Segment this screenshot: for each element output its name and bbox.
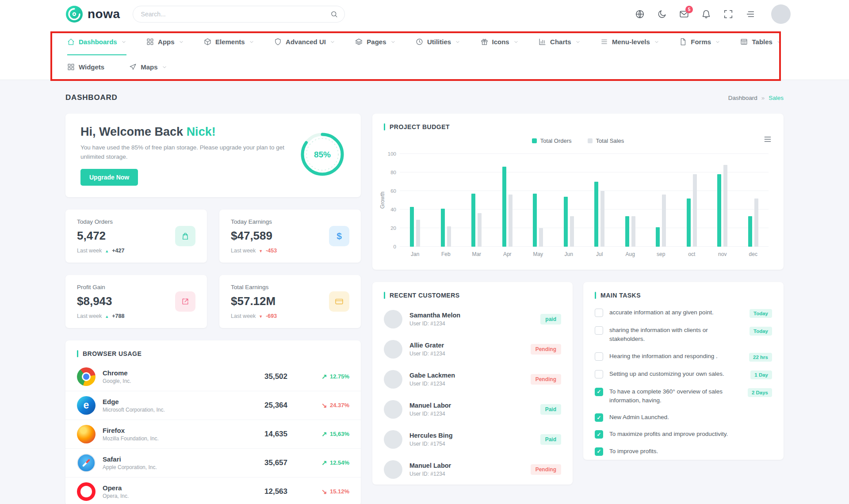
customer-row[interactable]: Allie Grater User ID: #1234 Pending [372, 334, 573, 364]
nav-item[interactable]: Elements [204, 38, 254, 55]
menu-align-button[interactable] [746, 9, 755, 19]
customer-row[interactable]: Hercules Bing User ID: #1754 Paid [372, 424, 573, 454]
messages-button[interactable]: 5 [679, 9, 689, 19]
nav-item[interactable]: Widgets [67, 63, 104, 71]
y-axis-label: Growth [379, 154, 386, 247]
customer-row[interactable]: Samantha Melon User ID: #1234 paid [372, 304, 573, 334]
legend-item[interactable]: Total Sales [588, 137, 624, 144]
bar-group: Mar [461, 154, 492, 257]
task-text: Setting up and customizing your own sale… [609, 370, 744, 378]
browser-row[interactable]: Firefox Mozilla Foundation, Inc. 14,635 … [65, 420, 361, 448]
nav-item[interactable]: Tables [740, 38, 781, 55]
nav-row-2: Widgets Maps [67, 56, 782, 80]
header-actions: 5 [635, 4, 791, 24]
search-input[interactable] [133, 6, 345, 23]
bar-group: Feb [431, 154, 462, 257]
y-axis-ticks: 020406080100 [386, 154, 400, 247]
browser-name: Firefox [103, 427, 264, 434]
brand-logo[interactable]: nowa [65, 5, 120, 23]
nav-item[interactable]: Icons [481, 38, 519, 55]
legend-item[interactable]: Total Orders [532, 137, 572, 144]
nav-item-label: Apps [158, 38, 175, 46]
x-tick-label: Mar [472, 251, 481, 257]
browser-row[interactable]: Opera Opera, Inc. 12,563 15.12% [65, 477, 361, 504]
task-text: sharing the information with clients or … [609, 326, 743, 344]
y-tick-label: 40 [390, 207, 396, 212]
nav-item[interactable]: Apps [146, 38, 184, 55]
fullscreen-button[interactable] [723, 9, 733, 19]
customer-name: Manuel Labor [409, 462, 531, 469]
trend-arrow-icon [321, 373, 327, 380]
browser-name: Chrome [103, 369, 264, 377]
customer-row[interactable]: Manuel Labor User ID: #1234 Pending [372, 454, 573, 485]
nav-item[interactable]: Dashboards [67, 38, 126, 55]
chevron-down-icon [776, 39, 782, 45]
nav-item-label: Advanced UI [286, 38, 326, 46]
nav-item[interactable]: Utilities [416, 38, 460, 55]
chevron-down-icon [330, 39, 335, 45]
task-checkbox[interactable] [595, 370, 603, 378]
orders-bag-icon [175, 226, 195, 246]
browser-percent: 15.12% [330, 488, 349, 495]
x-tick-label: May [533, 251, 543, 257]
status-badge: Pending [531, 344, 561, 355]
task-checkbox[interactable] [595, 388, 603, 396]
title-accent-bar [384, 292, 385, 299]
search-icon[interactable] [330, 11, 338, 18]
customer-name: Allie Grater [409, 342, 531, 349]
money-card-icon [329, 291, 349, 312]
nav-item[interactable]: Charts [539, 38, 581, 55]
customer-id: User ID: #1234 [409, 321, 540, 327]
nav-item[interactable]: Maps [129, 63, 167, 71]
bar-total-sales [723, 165, 727, 247]
trend-up-icon [105, 313, 109, 319]
customer-row[interactable]: Gabe Lackmen User ID: #1234 Pending [372, 364, 573, 394]
task-checkbox[interactable] [595, 326, 603, 335]
nav-item-label: Menu-levels [612, 38, 650, 46]
welcome-greeting: Hi, Welcome Back [80, 125, 183, 138]
browser-company: Google, Inc. [103, 378, 264, 384]
user-avatar[interactable] [771, 4, 791, 24]
chevron-down-icon [121, 39, 126, 45]
nav-item[interactable]: Pages [355, 38, 395, 55]
upgrade-now-button[interactable]: Upgrade Now [80, 169, 138, 186]
notifications-bell-button[interactable] [701, 9, 711, 19]
stat-period: Last week [77, 313, 102, 319]
chevron-down-icon [575, 39, 581, 45]
chevron-down-icon [249, 39, 254, 45]
nav-item-label: Tables [752, 38, 772, 46]
language-globe-button[interactable] [635, 9, 645, 19]
task-row: accurate information at any given point.… [583, 304, 784, 322]
task-row: To improve profits. [583, 443, 784, 460]
card-menu-icon[interactable] [763, 135, 772, 144]
recent-customers-title: RECENT CUSTOMERS [390, 292, 460, 299]
stat-title: Today Orders [77, 218, 124, 225]
bar-total-orders [656, 227, 660, 247]
x-tick-label: Jun [565, 251, 573, 257]
trend-arrow-icon [321, 459, 327, 466]
trend-down-icon [259, 248, 263, 254]
task-checkbox[interactable] [595, 430, 603, 439]
task-due-badge: 1 Day [750, 370, 772, 379]
task-checkbox[interactable] [595, 309, 603, 317]
task-checkbox[interactable] [595, 352, 603, 361]
bar-total-sales [754, 199, 758, 247]
bar-group: dec [738, 154, 769, 257]
browser-value: 12,563 [264, 487, 287, 496]
nav-item[interactable]: Forms [679, 38, 720, 55]
dollar-icon [329, 226, 349, 246]
nav-item[interactable]: Menu-levels [600, 38, 659, 55]
browser-row[interactable]: Edge Microsoft Corporation, Inc. 25,364 … [65, 391, 361, 420]
x-tick-label: sep [657, 251, 665, 257]
dark-mode-moon-button[interactable] [657, 9, 667, 19]
customer-row[interactable]: Manuel Labor User ID: #1234 Paid [372, 394, 573, 424]
browser-row[interactable]: Chrome Google, Inc. 35,502 12.75% [65, 363, 361, 391]
browser-row[interactable]: Safari Apple Corporation, Inc. 35,657 12… [65, 448, 361, 477]
breadcrumb-home[interactable]: Dashboard [728, 95, 757, 101]
trend-arrow-icon [321, 488, 327, 495]
nav-item[interactable]: Advanced UI [274, 38, 335, 55]
task-checkbox[interactable] [595, 447, 603, 456]
nav-item-icon [740, 38, 748, 46]
task-checkbox[interactable] [595, 413, 603, 422]
stat-value: $57.12M [231, 294, 277, 308]
